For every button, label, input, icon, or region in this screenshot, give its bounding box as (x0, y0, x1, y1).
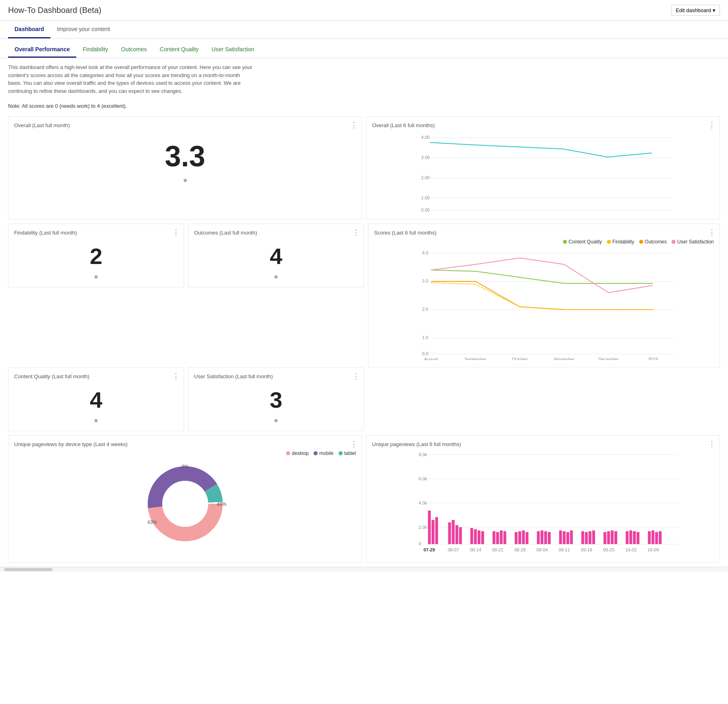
svg-text:November: November (554, 357, 575, 360)
svg-rect-78 (585, 532, 588, 544)
svg-text:3.00: 3.00 (421, 155, 430, 160)
user-satisfaction-legend-dot (672, 240, 676, 244)
svg-text:0: 0 (419, 541, 421, 546)
svg-text:2.0: 2.0 (422, 307, 428, 312)
svg-rect-90 (652, 530, 655, 544)
svg-rect-50 (428, 511, 431, 544)
svg-rect-71 (544, 531, 547, 544)
svg-rect-86 (630, 530, 632, 544)
tab-outcomes[interactable]: Outcomes (115, 42, 153, 58)
tab-overall-performance[interactable]: Overall Performance (8, 42, 76, 58)
svg-rect-87 (633, 531, 636, 544)
tab-improve-content[interactable]: Improve your content (50, 21, 117, 38)
overall-6months-widget: Overall (Last 6 full months) ⋮ 4.00 3.00… (366, 116, 720, 220)
findability-title: Findability (Last full month) (14, 230, 178, 236)
overall-indicator-dot (184, 179, 187, 182)
content-quality-dot (563, 240, 567, 244)
outcomes-legend-dot (639, 240, 643, 244)
svg-text:1.00: 1.00 (421, 195, 430, 200)
svg-text:3.0: 3.0 (422, 279, 428, 283)
legend-findability: Findability (607, 239, 634, 245)
svg-rect-68 (526, 532, 529, 544)
row-overall: Overall (Last full month) ⋮ 3.3 Overall … (8, 116, 720, 220)
svg-text:43%: 43% (147, 520, 157, 525)
svg-rect-57 (471, 528, 473, 544)
row-pageviews: Unique pageviews by device type (Last 4 … (8, 435, 720, 563)
pageviews-6months-menu-icon[interactable]: ⋮ (708, 440, 715, 448)
svg-rect-67 (522, 530, 525, 544)
svg-text:08-14: 08-14 (470, 547, 481, 552)
scores-chart: 4.0 3.0 2.0 1.0 0.0 Augus (374, 247, 714, 360)
svg-text:10-09: 10-09 (647, 547, 659, 552)
user-satisfaction-value: 3 (194, 383, 358, 417)
findability-legend-dot (607, 240, 611, 244)
row-findability-outcomes: Findability (Last full month) ⋮ 2 Outcom… (8, 224, 720, 367)
svg-text:1.0: 1.0 (422, 335, 428, 340)
svg-text:2.00: 2.00 (421, 175, 430, 180)
pageviews-6months-title: Unique pageviews (Last 6 full months) (372, 441, 714, 447)
svg-rect-58 (474, 529, 477, 544)
pageviews-device-menu-icon[interactable]: ⋮ (350, 440, 358, 448)
svg-rect-54 (452, 520, 455, 544)
svg-text:48%: 48% (216, 501, 226, 507)
legend-mobile: mobile (314, 450, 333, 456)
svg-rect-81 (604, 532, 607, 544)
scores-6months-menu-icon[interactable]: ⋮ (708, 228, 715, 237)
svg-text:08-28: 08-28 (514, 547, 525, 552)
dashboard-body: Overall (Last full month) ⋮ 3.3 Overall … (0, 112, 728, 567)
desktop-dot (286, 451, 290, 455)
overall-last-month-value: 3.3 (14, 132, 356, 177)
svg-rect-64 (504, 531, 506, 544)
svg-rect-56 (459, 527, 462, 544)
mobile-dot (314, 451, 318, 455)
overall-6months-menu-icon[interactable]: ⋮ (708, 121, 715, 130)
description-text: This dashboard offers a high-level look … (0, 59, 262, 100)
chevron-down-icon: ▾ (713, 7, 715, 13)
overall-6months-chart: 4.00 3.00 2.00 1.00 0.00 August Septembe… (372, 132, 714, 212)
tab-findability[interactable]: Findability (76, 42, 115, 58)
svg-rect-72 (548, 532, 551, 544)
svg-text:September: September (464, 357, 486, 360)
device-legend: desktop mobile tablet (14, 450, 356, 456)
outcomes-menu-icon[interactable]: ⋮ (352, 228, 360, 237)
svg-text:09-04: 09-04 (536, 547, 548, 552)
pageviews-bar-chart: 8.0k 6.0k 4.0k 2.0k 0 Unique pageviews (372, 450, 714, 555)
svg-text:09-11: 09-11 (559, 547, 570, 552)
overall-menu-icon[interactable]: ⋮ (350, 121, 358, 130)
svg-rect-69 (537, 531, 540, 544)
horizontal-scrollbar[interactable] (0, 567, 728, 572)
scrollbar-thumb[interactable] (4, 568, 52, 571)
svg-rect-66 (519, 531, 521, 544)
tab-user-satisfaction[interactable]: User Satisfaction (205, 42, 261, 58)
edit-dashboard-button[interactable]: Edit dashboard ▾ (672, 5, 720, 16)
row-content-quality-satisfaction: Content Quality (Last full month) ⋮ 4 Us… (8, 367, 720, 431)
svg-text:09-18: 09-18 (581, 547, 592, 552)
svg-text:December: December (598, 357, 619, 360)
content-quality-menu-icon[interactable]: ⋮ (172, 372, 180, 381)
svg-rect-70 (541, 530, 544, 544)
svg-rect-59 (478, 530, 481, 544)
legend-content-quality: Content Quality (563, 239, 602, 245)
svg-rect-92 (659, 531, 662, 544)
tab-content-quality[interactable]: Content Quality (153, 42, 205, 58)
svg-rect-52 (435, 517, 438, 544)
svg-text:08-07: 08-07 (448, 547, 459, 552)
svg-rect-83 (611, 530, 614, 544)
svg-point-35 (163, 482, 207, 526)
tab-dashboard[interactable]: Dashboard (8, 21, 50, 38)
svg-rect-62 (496, 532, 499, 544)
outcomes-dot (274, 275, 278, 279)
user-satisfaction-menu-icon[interactable]: ⋮ (352, 372, 360, 381)
svg-rect-85 (626, 531, 629, 544)
page-title: How-To Dashboard (Beta) (8, 6, 101, 15)
user-satisfaction-dot (274, 419, 278, 422)
findability-value: 2 (14, 239, 178, 273)
svg-text:08-21: 08-21 (492, 547, 503, 552)
donut-chart: 48% 43% 8% (137, 459, 234, 548)
svg-rect-76 (570, 530, 573, 544)
svg-rect-55 (456, 525, 458, 544)
findability-menu-icon[interactable]: ⋮ (172, 228, 180, 237)
svg-rect-74 (563, 531, 566, 544)
svg-text:4.00: 4.00 (421, 135, 430, 140)
header: How-To Dashboard (Beta) Edit dashboard ▾ (0, 0, 728, 21)
